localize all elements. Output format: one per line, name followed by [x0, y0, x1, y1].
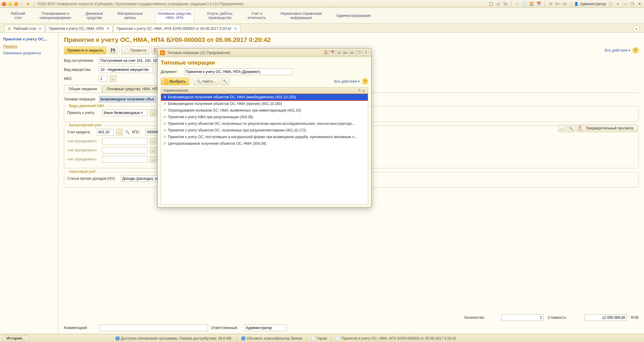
status-update[interactable]: iДоступно обновление программы. Размер д… — [115, 336, 232, 340]
input-cost[interactable] — [585, 314, 627, 321]
sort-icon[interactable]: ≜ ▲ — [358, 88, 365, 93]
input-property-type[interactable] — [99, 66, 153, 73]
input-undef[interactable] — [102, 147, 147, 154]
inner-tab-assets[interactable]: Основные средства, НМА, НП — [102, 85, 162, 93]
favorite-icon[interactable]: ★ — [26, 1, 30, 7]
tab-document[interactable]: Принятие к учету ОС, НМА, НПА БУ00-00000… — [113, 24, 240, 32]
tool-button[interactable]: 🔧 — [221, 78, 229, 85]
input-credit[interactable] — [97, 129, 114, 135]
save-button[interactable]: 💾 — [109, 46, 117, 54]
m-plus-button[interactable]: M+ — [343, 50, 349, 55]
nav-fixed-assets[interactable]: Основные средства, НМА, НПА — [155, 10, 194, 23]
tool-icon[interactable]: 🖨 — [495, 1, 501, 7]
list-item[interactable]: ⇄Централизованное получение объектов ОС,… — [161, 140, 368, 147]
window-min-dot[interactable] — [8, 2, 12, 6]
calendar-icon[interactable]: 📅 — [330, 50, 336, 55]
close-button[interactable]: ✕ — [637, 2, 642, 6]
dropdown-icon[interactable]: ▾ — [615, 1, 620, 7]
legend-nfa: Виды движений НФА — [67, 104, 106, 108]
sidebar-section: Перейти — [3, 44, 55, 49]
all-actions-link[interactable]: Все действия ▾ — [334, 79, 360, 84]
m-minus-button[interactable]: M- — [562, 1, 568, 7]
list-item[interactable]: ⇄Принятие к учету объектов ОС, полученны… — [161, 127, 368, 134]
ellipsis-button[interactable]: ... — [116, 129, 123, 135]
ellipsis-button[interactable]: ... — [110, 75, 116, 82]
input-qty[interactable] — [501, 314, 544, 321]
all-actions-link[interactable]: Все действия ▾ — [605, 48, 630, 52]
nav-planning[interactable]: Планирование и санкционирование — [38, 10, 73, 21]
label-undef: <не определено>: — [67, 157, 100, 161]
status-banks[interactable]: iОбновить классификатор банков — [241, 336, 302, 340]
tab-close-icon[interactable]: ✕ — [106, 27, 109, 31]
input-comment[interactable] — [99, 325, 208, 331]
input-typical-op[interactable] — [99, 96, 156, 103]
input-undef[interactable] — [102, 156, 147, 163]
titlebar: ★ ГОБУ ВПО Университет искусств (Субсиди… — [0, 0, 644, 8]
nav-admin[interactable]: Администрирование — [334, 12, 372, 19]
list-header[interactable]: Наименование ≜ ▲ — [161, 87, 368, 94]
label-accept: Принять к учету: — [67, 111, 100, 115]
help-icon[interactable]: ? — [633, 47, 639, 53]
maximize-button[interactable]: ❐ — [630, 2, 635, 6]
tab-close-icon[interactable]: ✕ — [234, 27, 237, 31]
list-item[interactable]: ⇄Принятие к учету ОС, поступивших в нату… — [161, 134, 368, 140]
tool-icon[interactable]: 📋 — [488, 1, 494, 7]
user-label[interactable]: 👤 Администратор — [574, 2, 606, 6]
input-receipt-type[interactable] — [99, 57, 162, 64]
magnifier-icon[interactable]: 🔍 — [125, 130, 130, 134]
ellipsis-button[interactable]: ... — [150, 147, 156, 154]
m-button[interactable]: M — [548, 1, 553, 7]
sidebar-link-related[interactable]: Связанные документы — [3, 51, 55, 55]
input-responsible[interactable] — [244, 325, 286, 331]
tool-icon[interactable]: 📎 — [503, 1, 508, 7]
inner-tab-general[interactable]: Общие сведения — [64, 85, 102, 93]
input-document[interactable] — [184, 68, 293, 75]
list-item[interactable]: ⇄Безвозмездное получение объектов ОС, НМ… — [161, 94, 368, 100]
star-icon[interactable]: ☆ — [514, 1, 520, 7]
list-item[interactable]: ⇄Принятие к учету объектов ОС, полученны… — [161, 120, 368, 127]
chevron-down-icon[interactable]: ▾ — [633, 26, 640, 32]
calc-icon[interactable]: 🧮 — [323, 50, 329, 55]
tab-list[interactable]: Принятия к учету ОС, НМА, НПА ✕ — [46, 24, 113, 32]
list-item[interactable]: ⇄Принятие к учету НФА при реорганизации … — [161, 114, 368, 120]
nav-accounting[interactable]: Учет и отчетность — [246, 10, 268, 21]
calc-icon[interactable]: 🧮 — [529, 1, 534, 7]
history-button[interactable]: История... — [3, 335, 29, 341]
ellipsis-button[interactable]: ... — [150, 156, 156, 163]
help-icon[interactable]: ? — [362, 78, 368, 84]
find-button[interactable]: 🔍 Найти... — [193, 78, 219, 85]
list-item[interactable]: ⇄Оприходование излишков ОС, НМА, выявлен… — [161, 107, 368, 114]
info-icon[interactable]: ⓘ — [608, 1, 613, 7]
m-button[interactable]: M — [336, 50, 342, 55]
status-doc[interactable]: 📄Принятие к учету ОС, НМА, НПА БУ00-0000… — [336, 336, 456, 340]
tab-close-icon[interactable]: ✕ — [39, 27, 42, 31]
m-minus-button[interactable]: M- — [349, 50, 355, 55]
tab-desktop[interactable]: 🖥 Рабочий стол ✕ — [4, 24, 45, 32]
input-kfo[interactable] — [99, 75, 107, 82]
ellipsis-button[interactable]: ... — [150, 109, 156, 116]
select-button[interactable]: 🔀 Выбрать — [161, 78, 189, 85]
post-button[interactable]: 📄 Провести — [121, 46, 150, 54]
m-plus-button[interactable]: M+ — [555, 1, 560, 7]
titlebar-right: 📋 🖨 📎 ☆ 🕐 🧮 📅 M M+ M- 👤 Администратор ⓘ … — [488, 1, 642, 7]
post-and-close-button[interactable]: Провести и закрыть — [64, 46, 107, 54]
input-undef[interactable] — [102, 138, 147, 144]
nav-reference[interactable]: Нормативно-справочная информация — [279, 10, 324, 21]
maximize-button[interactable]: ❐ — [356, 50, 362, 55]
nav-services[interactable]: Услуги, работы, производство — [205, 10, 235, 21]
nav-desktop[interactable]: Рабочий стол — [9, 10, 27, 21]
window-close-dot[interactable] — [2, 2, 6, 6]
operation-icon: ⇄ — [163, 95, 166, 99]
minimize-button[interactable]: — — [622, 2, 628, 6]
ellipsis-button[interactable]: ... — [150, 138, 156, 144]
window-max-dot[interactable] — [14, 2, 18, 6]
modal-typical-operations: 1C Типовые операции (1С:Предприятие) 🧮 📅… — [157, 48, 371, 207]
nav-materials[interactable]: Материальные запасы — [116, 10, 145, 21]
list-item[interactable]: ⇄Безвозмездное получение объектов ОС, НМ… — [161, 100, 368, 107]
close-button[interactable]: ✕ — [363, 50, 369, 55]
history-icon[interactable]: 🕐 — [522, 1, 527, 7]
input-accept[interactable] — [102, 109, 147, 116]
calendar-icon[interactable]: 📅 — [536, 1, 541, 7]
status-garage[interactable]: 📄Гараж — [311, 336, 327, 340]
nav-cash[interactable]: Денежные средства — [84, 10, 105, 21]
